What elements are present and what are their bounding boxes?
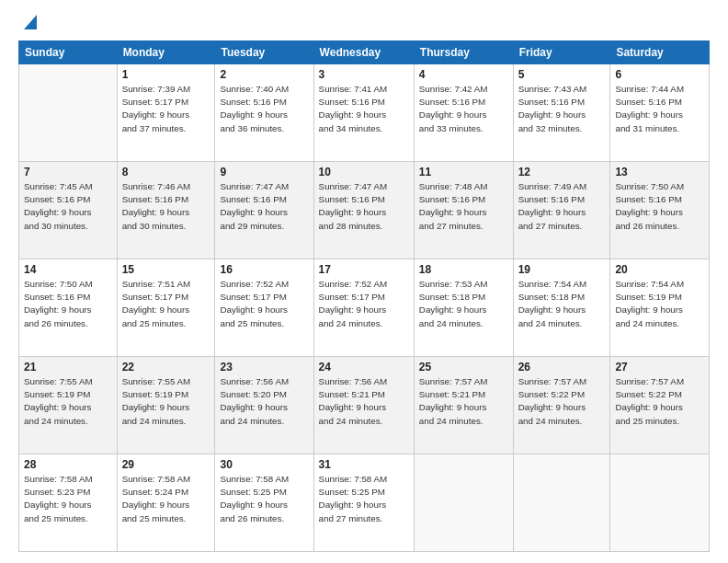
- col-header-saturday: Saturday: [610, 41, 710, 64]
- day-number: 3: [319, 68, 409, 81]
- calendar-cell: 24Sunrise: 7:56 AMSunset: 5:21 PMDayligh…: [313, 357, 414, 454]
- day-detail: Sunrise: 7:58 AMSunset: 5:23 PMDaylight:…: [24, 473, 112, 525]
- calendar-cell: [414, 454, 513, 552]
- calendar-cell: 8Sunrise: 7:46 AMSunset: 5:16 PMDaylight…: [117, 162, 215, 259]
- day-number: 10: [319, 166, 409, 178]
- day-detail: Sunrise: 7:58 AMSunset: 5:24 PMDaylight:…: [122, 473, 210, 525]
- calendar-cell: 16Sunrise: 7:52 AMSunset: 5:17 PMDayligh…: [215, 259, 313, 357]
- calendar-cell: 5Sunrise: 7:43 AMSunset: 5:16 PMDaylight…: [513, 64, 610, 162]
- col-header-monday: Monday: [117, 41, 215, 64]
- day-detail: Sunrise: 7:52 AMSunset: 5:17 PMDaylight:…: [220, 278, 308, 330]
- page: SundayMondayTuesdayWednesdayThursdayFrid…: [0, 0, 728, 563]
- calendar-table: SundayMondayTuesdayWednesdayThursdayFrid…: [18, 40, 710, 552]
- svg-marker-0: [24, 15, 37, 29]
- day-number: 31: [319, 458, 409, 471]
- day-number: 1: [122, 68, 210, 81]
- day-detail: Sunrise: 7:57 AMSunset: 5:22 PMDaylight:…: [615, 375, 704, 428]
- day-detail: Sunrise: 7:56 AMSunset: 5:21 PMDaylight:…: [319, 375, 409, 428]
- day-detail: Sunrise: 7:57 AMSunset: 5:22 PMDaylight:…: [518, 375, 606, 428]
- col-header-thursday: Thursday: [414, 41, 513, 64]
- calendar-cell: 19Sunrise: 7:54 AMSunset: 5:18 PMDayligh…: [513, 259, 610, 357]
- day-detail: Sunrise: 7:58 AMSunset: 5:25 PMDaylight:…: [220, 473, 308, 525]
- calendar-cell: 26Sunrise: 7:57 AMSunset: 5:22 PMDayligh…: [513, 357, 610, 454]
- day-number: 5: [518, 68, 606, 81]
- calendar-cell: 14Sunrise: 7:50 AMSunset: 5:16 PMDayligh…: [19, 259, 118, 357]
- logo-triangle-icon: [20, 15, 37, 31]
- calendar-cell: 11Sunrise: 7:48 AMSunset: 5:16 PMDayligh…: [414, 162, 513, 259]
- day-detail: Sunrise: 7:46 AMSunset: 5:16 PMDaylight:…: [122, 180, 210, 233]
- week-row-1: 1Sunrise: 7:39 AMSunset: 5:17 PMDaylight…: [19, 64, 710, 162]
- day-detail: Sunrise: 7:40 AMSunset: 5:16 PMDaylight:…: [220, 83, 308, 135]
- logo: [18, 17, 37, 31]
- day-detail: Sunrise: 7:44 AMSunset: 5:16 PMDaylight:…: [615, 83, 704, 135]
- day-detail: Sunrise: 7:55 AMSunset: 5:19 PMDaylight:…: [24, 375, 112, 428]
- calendar-cell: [19, 64, 118, 162]
- day-detail: Sunrise: 7:47 AMSunset: 5:16 PMDaylight:…: [319, 180, 409, 233]
- day-number: 8: [122, 166, 210, 178]
- day-number: 6: [615, 68, 704, 81]
- day-detail: Sunrise: 7:47 AMSunset: 5:16 PMDaylight:…: [220, 180, 308, 233]
- day-number: 4: [419, 68, 508, 81]
- col-header-friday: Friday: [513, 41, 610, 64]
- day-detail: Sunrise: 7:48 AMSunset: 5:16 PMDaylight:…: [419, 180, 508, 233]
- day-number: 26: [518, 361, 606, 373]
- day-detail: Sunrise: 7:50 AMSunset: 5:16 PMDaylight:…: [615, 180, 704, 233]
- day-number: 23: [220, 361, 308, 373]
- day-detail: Sunrise: 7:42 AMSunset: 5:16 PMDaylight:…: [419, 83, 508, 135]
- calendar-cell: 17Sunrise: 7:52 AMSunset: 5:17 PMDayligh…: [313, 259, 414, 357]
- week-row-5: 28Sunrise: 7:58 AMSunset: 5:23 PMDayligh…: [19, 454, 710, 552]
- calendar-cell: 1Sunrise: 7:39 AMSunset: 5:17 PMDaylight…: [117, 64, 215, 162]
- calendar-cell: 10Sunrise: 7:47 AMSunset: 5:16 PMDayligh…: [313, 162, 414, 259]
- calendar-cell: 30Sunrise: 7:58 AMSunset: 5:25 PMDayligh…: [215, 454, 313, 552]
- day-number: 16: [220, 263, 308, 276]
- day-detail: Sunrise: 7:56 AMSunset: 5:20 PMDaylight:…: [220, 375, 308, 428]
- calendar-header-row: SundayMondayTuesdayWednesdayThursdayFrid…: [19, 41, 710, 64]
- header: [18, 17, 710, 31]
- calendar-cell: 12Sunrise: 7:49 AMSunset: 5:16 PMDayligh…: [513, 162, 610, 259]
- day-detail: Sunrise: 7:49 AMSunset: 5:16 PMDaylight:…: [518, 180, 606, 233]
- day-number: 20: [615, 263, 704, 276]
- calendar-cell: 29Sunrise: 7:58 AMSunset: 5:24 PMDayligh…: [117, 454, 215, 552]
- day-detail: Sunrise: 7:55 AMSunset: 5:19 PMDaylight:…: [122, 375, 210, 428]
- calendar-cell: 25Sunrise: 7:57 AMSunset: 5:21 PMDayligh…: [414, 357, 513, 454]
- day-number: 18: [419, 263, 508, 276]
- day-detail: Sunrise: 7:50 AMSunset: 5:16 PMDaylight:…: [24, 278, 112, 330]
- day-number: 19: [518, 263, 606, 276]
- day-number: 25: [419, 361, 508, 373]
- calendar-cell: [513, 454, 610, 552]
- day-detail: Sunrise: 7:54 AMSunset: 5:19 PMDaylight:…: [615, 278, 704, 330]
- calendar-cell: 4Sunrise: 7:42 AMSunset: 5:16 PMDaylight…: [414, 64, 513, 162]
- day-number: 2: [220, 68, 308, 81]
- calendar-cell: 15Sunrise: 7:51 AMSunset: 5:17 PMDayligh…: [117, 259, 215, 357]
- col-header-sunday: Sunday: [19, 41, 118, 64]
- calendar-cell: 3Sunrise: 7:41 AMSunset: 5:16 PMDaylight…: [313, 64, 414, 162]
- calendar-cell: 28Sunrise: 7:58 AMSunset: 5:23 PMDayligh…: [19, 454, 118, 552]
- calendar-cell: 9Sunrise: 7:47 AMSunset: 5:16 PMDaylight…: [215, 162, 313, 259]
- calendar-cell: 18Sunrise: 7:53 AMSunset: 5:18 PMDayligh…: [414, 259, 513, 357]
- calendar-cell: 23Sunrise: 7:56 AMSunset: 5:20 PMDayligh…: [215, 357, 313, 454]
- day-number: 17: [319, 263, 409, 276]
- calendar-cell: 7Sunrise: 7:45 AMSunset: 5:16 PMDaylight…: [19, 162, 118, 259]
- calendar-cell: 13Sunrise: 7:50 AMSunset: 5:16 PMDayligh…: [610, 162, 710, 259]
- calendar-cell: 31Sunrise: 7:58 AMSunset: 5:25 PMDayligh…: [313, 454, 414, 552]
- day-detail: Sunrise: 7:43 AMSunset: 5:16 PMDaylight:…: [518, 83, 606, 135]
- col-header-tuesday: Tuesday: [215, 41, 313, 64]
- day-number: 9: [220, 166, 308, 178]
- day-detail: Sunrise: 7:45 AMSunset: 5:16 PMDaylight:…: [24, 180, 112, 233]
- day-number: 11: [419, 166, 508, 178]
- day-number: 27: [615, 361, 704, 373]
- day-number: 14: [24, 263, 112, 276]
- week-row-4: 21Sunrise: 7:55 AMSunset: 5:19 PMDayligh…: [19, 357, 710, 454]
- day-number: 24: [319, 361, 409, 373]
- calendar-cell: 21Sunrise: 7:55 AMSunset: 5:19 PMDayligh…: [19, 357, 118, 454]
- day-number: 29: [122, 458, 210, 471]
- day-number: 13: [615, 166, 704, 178]
- day-detail: Sunrise: 7:52 AMSunset: 5:17 PMDaylight:…: [319, 278, 409, 330]
- day-detail: Sunrise: 7:57 AMSunset: 5:21 PMDaylight:…: [419, 375, 508, 428]
- day-detail: Sunrise: 7:58 AMSunset: 5:25 PMDaylight:…: [319, 473, 409, 525]
- day-detail: Sunrise: 7:54 AMSunset: 5:18 PMDaylight:…: [518, 278, 606, 330]
- calendar-cell: 27Sunrise: 7:57 AMSunset: 5:22 PMDayligh…: [610, 357, 710, 454]
- day-detail: Sunrise: 7:39 AMSunset: 5:17 PMDaylight:…: [122, 83, 210, 135]
- week-row-2: 7Sunrise: 7:45 AMSunset: 5:16 PMDaylight…: [19, 162, 710, 259]
- day-detail: Sunrise: 7:41 AMSunset: 5:16 PMDaylight:…: [319, 83, 409, 135]
